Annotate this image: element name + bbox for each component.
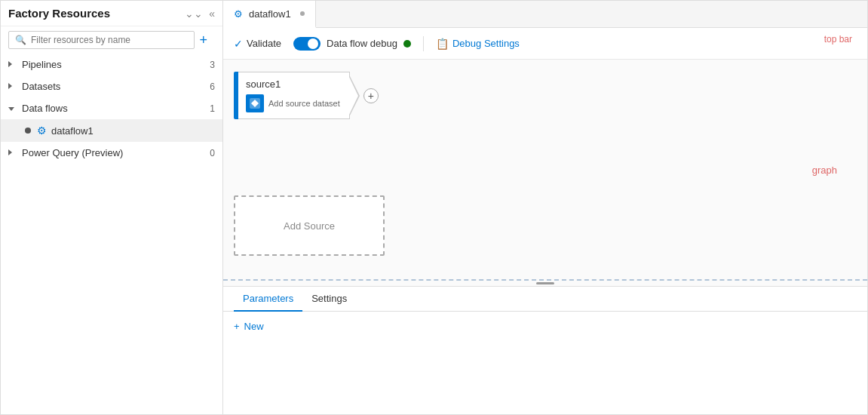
node-logo-icon — [246, 94, 264, 112]
dataflows-count: 1 — [210, 103, 215, 114]
search-icon: 🔍 — [15, 35, 26, 45]
expand-icon[interactable]: ⌄⌄ — [185, 8, 203, 20]
config-annotation: configuration panel — [223, 332, 608, 343]
toolbar: ✓ Validate Data flow debug 📋 Debug Setti… — [223, 28, 867, 60]
graph-annotation: graph — [812, 164, 837, 175]
collapse-icon[interactable]: « — [209, 8, 215, 20]
node-name: source1 — [246, 78, 340, 90]
search-input[interactable] — [31, 35, 188, 45]
add-resource-button[interactable]: + — [199, 32, 215, 48]
debug-settings-button[interactable]: 📋 Debug Settings — [436, 38, 520, 50]
dataflow-node-icon: ⚙ — [37, 124, 47, 137]
tab-unsaved-dot — [300, 11, 305, 16]
tab-settings[interactable]: Settings — [302, 287, 356, 312]
canvas-area[interactable]: source1 Add source dataset + — [223, 60, 867, 281]
datasets-label: Datasets — [22, 81, 210, 92]
collapse-handle[interactable] — [536, 282, 554, 284]
source-node[interactable]: source1 Add source dataset + — [234, 72, 350, 119]
add-source-box[interactable]: Add Source — [234, 195, 385, 256]
tab-dataflow1-label: dataflow1 — [249, 8, 291, 20]
sidebar-title: Factory Resources — [8, 7, 110, 20]
pipelines-count: 3 — [210, 60, 215, 70]
tab-bar: ⚙ dataflow1 — [223, 1, 867, 28]
dataflow1-label: dataflow1 — [51, 125, 215, 137]
debug-toggle[interactable] — [293, 37, 321, 51]
powerquery-label: Power Query (Preview) — [22, 147, 210, 158]
sidebar: Factory Resources ⌄⌄ « 🔍 + Pipelines 3 — [1, 1, 223, 414]
sidebar-collapse-icons: ⌄⌄ « — [185, 8, 215, 20]
chevron-right-icon — [8, 60, 19, 69]
parameters-tab-label: Parameters — [243, 293, 293, 304]
debug-label: Data flow debug — [327, 38, 397, 49]
active-dot-icon — [25, 128, 31, 134]
chevron-right-icon — [8, 82, 19, 91]
new-parameter-button[interactable]: + New — [234, 321, 857, 332]
new-plus-icon: + — [234, 321, 240, 332]
tab-dataflow1[interactable]: ⚙ dataflow1 — [223, 1, 316, 28]
chevron-down-icon — [8, 104, 19, 112]
sidebar-nav: Pipelines 3 Datasets 6 Data flows 1 ⚙ da… — [1, 54, 222, 414]
powerquery-count: 0 — [210, 148, 215, 158]
debug-toggle-group: Data flow debug — [293, 37, 411, 51]
validate-label: Validate — [247, 38, 281, 49]
settings-tab-label: Settings — [311, 293, 347, 304]
chevron-right-icon — [8, 149, 19, 157]
debug-settings-icon: 📋 — [436, 38, 449, 50]
sidebar-item-powerquery[interactable]: Power Query (Preview) 0 — [1, 142, 222, 164]
sidebar-item-dataflow1[interactable]: ⚙ dataflow1 — [1, 119, 222, 142]
pipelines-label: Pipelines — [22, 59, 210, 70]
datasets-count: 6 — [210, 81, 215, 92]
main-area: ⚙ dataflow1 ✓ Validate Data flow debug — [223, 1, 867, 414]
search-box: 🔍 — [8, 31, 195, 49]
debug-status-icon — [403, 40, 411, 48]
tab-dataflow-icon: ⚙ — [234, 8, 243, 20]
node-icon-row: Add source dataset — [246, 94, 340, 112]
sidebar-item-pipelines[interactable]: Pipelines 3 — [1, 54, 222, 75]
collapse-bar — [223, 281, 867, 286]
bottom-panel: Parameters Settings + New configuration … — [223, 286, 867, 414]
topbar-annotation: top bar — [824, 34, 852, 45]
sidebar-header: Factory Resources ⌄⌄ « — [1, 1, 222, 26]
sidebar-search-row: 🔍 + — [1, 26, 222, 54]
panel-tabs: Parameters Settings — [223, 287, 867, 312]
check-icon: ✓ — [234, 38, 243, 50]
validate-button[interactable]: ✓ Validate — [234, 38, 281, 50]
node-sub-label: Add source dataset — [268, 99, 340, 108]
tab-parameters[interactable]: Parameters — [234, 287, 302, 312]
debug-settings-label: Debug Settings — [452, 38, 520, 49]
toolbar-divider — [423, 36, 424, 51]
node-body: source1 Add source dataset — [238, 72, 350, 119]
sidebar-item-datasets[interactable]: Datasets 6 — [1, 75, 222, 97]
add-source-label: Add Source — [284, 220, 335, 232]
sidebar-item-dataflows[interactable]: Data flows 1 — [1, 97, 222, 119]
panel-content: + New configuration panel — [223, 312, 867, 414]
new-label: New — [244, 321, 264, 332]
dataflows-label: Data flows — [22, 103, 210, 114]
add-node-button[interactable]: + — [363, 88, 379, 103]
